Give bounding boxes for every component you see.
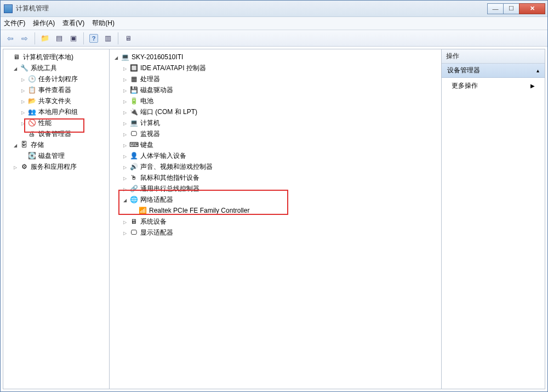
back-button[interactable] [4, 32, 17, 45]
computer-icon [12, 53, 21, 61]
chevron-right-icon: ▶ [530, 83, 535, 89]
menu-help[interactable]: 帮助(H) [92, 19, 115, 28]
dev-usb[interactable]: 通用串行总线控制器 [111, 183, 440, 194]
dev-display-adapters[interactable]: 显示适配器 [111, 227, 440, 238]
dev-hid[interactable]: 人体学输入设备 [111, 150, 440, 161]
minimize-button[interactable]: — [487, 3, 504, 14]
menu-view[interactable]: 查看(V) [62, 19, 84, 28]
expander-icon[interactable] [122, 219, 128, 225]
expander-icon[interactable] [122, 109, 128, 115]
dev-mouse[interactable]: 鼠标和其他指针设备 [111, 172, 440, 183]
system-icon [129, 217, 138, 226]
refresh-button[interactable] [67, 32, 80, 45]
menu-bar: 文件(F) 操作(A) 查看(V) 帮助(H) [1, 17, 547, 30]
left-tree: 计算机管理(本地) 系统工具 任务计划程序 事件查看器 共享文件夹 [3, 49, 109, 174]
hid-icon [129, 151, 138, 160]
tree-system-tools[interactable]: 系统工具 [4, 63, 108, 73]
expander-icon[interactable] [20, 120, 26, 126]
expander-icon[interactable] [20, 109, 26, 115]
menu-action[interactable]: 操作(A) [33, 19, 55, 28]
expander-icon[interactable] [12, 142, 19, 148]
device-pc-root[interactable]: SKY-20160510ITI [111, 52, 440, 63]
middle-pane: SKY-20160510ITI IDE ATA/ATAPI 控制器 处理器 磁盘… [109, 49, 442, 389]
services-icon [20, 162, 28, 171]
tree-shared-folders[interactable]: 共享文件夹 [4, 95, 108, 106]
cpu-icon [129, 75, 138, 83]
dev-keyboard[interactable]: 键盘 [111, 139, 440, 150]
expander-icon[interactable] [12, 164, 19, 170]
tree-disk-mgmt[interactable]: 磁盘管理 [4, 150, 108, 161]
expander-icon[interactable] [20, 76, 26, 82]
dev-system-devices[interactable]: 系统设备 [111, 216, 440, 227]
performance-icon [27, 118, 36, 127]
title-bar: 计算机管理 — ☐ ✕ [1, 1, 547, 17]
expander-icon[interactable] [122, 76, 128, 82]
tree-label: 磁盘驱动器 [140, 86, 173, 95]
tree-label: 监视器 [140, 129, 160, 139]
expander-icon[interactable] [122, 98, 128, 104]
expander-icon[interactable] [122, 197, 128, 203]
dev-computer[interactable]: 计算机 [111, 117, 440, 128]
expander-icon[interactable] [20, 98, 26, 104]
actions-section[interactable]: 设备管理器 ▴ [442, 64, 545, 78]
expander-icon[interactable] [122, 164, 128, 170]
expander-icon[interactable] [122, 120, 128, 126]
expander-icon[interactable] [122, 65, 128, 71]
monitor-icon [129, 129, 138, 138]
expander-icon[interactable] [12, 65, 19, 71]
forward-button[interactable] [18, 32, 31, 45]
dev-cpu[interactable]: 处理器 [111, 73, 440, 84]
up-button[interactable] [38, 32, 52, 45]
tree-storage[interactable]: 存储 [4, 139, 108, 150]
tree-label: 声音、视频和游戏控制器 [140, 162, 213, 172]
tree-label: 服务和应用程序 [31, 162, 77, 172]
tree-label: 共享文件夹 [38, 96, 71, 106]
tree-label: 计算机管理(本地) [23, 53, 73, 62]
dev-ports[interactable]: 端口 (COM 和 LPT) [111, 106, 440, 117]
maximize-button[interactable]: ☐ [503, 3, 520, 14]
actions-more[interactable]: 更多操作 ▶ [442, 78, 545, 94]
right-pane: 操作 设备管理器 ▴ 更多操作 ▶ [441, 49, 545, 389]
tree-performance[interactable]: 性能 [4, 117, 108, 128]
expander-icon[interactable] [113, 54, 119, 60]
dev-network-adapters[interactable]: 网络适配器 [111, 194, 440, 205]
content-area: 计算机管理(本地) 系统工具 任务计划程序 事件查看器 共享文件夹 [1, 47, 547, 391]
expander-icon[interactable] [122, 142, 128, 148]
tree-label: IDE ATA/ATAPI 控制器 [140, 64, 206, 73]
scan-hardware-button[interactable] [122, 32, 135, 45]
tree-label: 本地用户和组 [38, 107, 78, 117]
tree-local-users[interactable]: 本地用户和组 [4, 106, 108, 117]
close-button[interactable]: ✕ [519, 3, 545, 14]
help-button[interactable] [87, 32, 100, 45]
expander-icon[interactable] [20, 87, 26, 93]
tree-root[interactable]: 计算机管理(本地) [4, 52, 108, 63]
tree-services-apps[interactable]: 服务和应用程序 [4, 161, 108, 172]
dev-monitor[interactable]: 监视器 [111, 128, 440, 139]
menu-file[interactable]: 文件(F) [4, 19, 25, 28]
usb-icon [129, 184, 138, 193]
tree-device-manager[interactable]: 设备管理器 [4, 128, 108, 139]
actions-header: 操作 [442, 49, 545, 64]
expander-icon[interactable] [122, 175, 128, 181]
users-icon [27, 107, 36, 116]
expander-icon[interactable] [122, 131, 128, 137]
expander-icon[interactable] [122, 153, 128, 159]
properties-button[interactable] [53, 32, 66, 45]
computer-icon [129, 118, 138, 127]
dev-ide[interactable]: IDE ATA/ATAPI 控制器 [111, 63, 440, 73]
tree-label: 鼠标和其他指针设备 [140, 173, 199, 183]
dev-sound[interactable]: 声音、视频和游戏控制器 [111, 161, 440, 172]
tree-task-scheduler[interactable]: 任务计划程序 [4, 73, 108, 84]
device-icon [27, 129, 36, 138]
toolbar [1, 30, 547, 47]
dev-network-card[interactable]: Realtek PCIe FE Family Controller [111, 205, 440, 216]
dev-diskdrive[interactable]: 磁盘驱动器 [111, 84, 440, 95]
tree-event-viewer[interactable]: 事件查看器 [4, 84, 108, 95]
expander-icon[interactable] [122, 87, 128, 93]
view-button[interactable] [101, 32, 115, 45]
disk-icon [27, 151, 36, 160]
clock-icon [27, 75, 36, 83]
expander-icon[interactable] [122, 186, 128, 192]
expander-icon[interactable] [122, 230, 128, 236]
dev-battery[interactable]: 电池 [111, 95, 440, 106]
